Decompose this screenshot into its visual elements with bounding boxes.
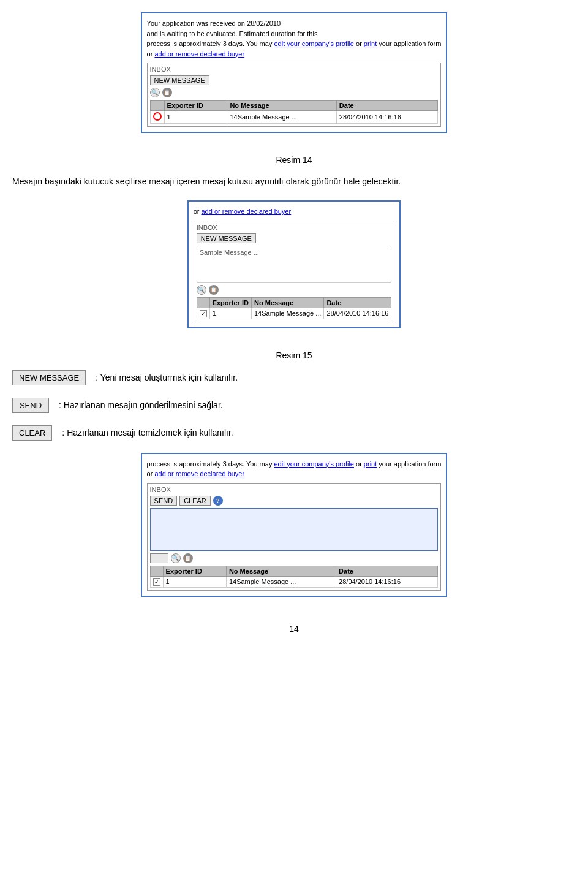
- clear-button[interactable]: CLEAR: [12, 425, 52, 441]
- add-remove-buyer-link-2[interactable]: add or remove declared buyer: [202, 208, 292, 215]
- col-no-message-3: No Message: [226, 566, 336, 576]
- row-checkbox-1[interactable]: [150, 111, 164, 124]
- caption-1: Resim 14: [12, 155, 576, 165]
- send-button[interactable]: SEND: [12, 398, 49, 413]
- page-number: 14: [12, 624, 576, 640]
- col-date-2: Date: [324, 297, 391, 308]
- tools-row-2: 🔍 📋: [197, 285, 392, 295]
- new-message-btn-2[interactable]: NEW MESSAGE: [197, 233, 256, 243]
- add-remove-buyer-link-3[interactable]: add or remove declared buyer: [154, 470, 244, 477]
- tools-row-1: 🔍 📋: [150, 88, 439, 97]
- row-message-2: 14Sample Message ...: [251, 308, 323, 319]
- message-preview-2: Sample Message ...: [197, 246, 392, 283]
- row-date-2: 28/04/2010 14:16:16: [324, 308, 391, 319]
- message-table-1: Exporter ID No Message Date 1 14Sample M…: [150, 100, 439, 124]
- search-icon-2[interactable]: 🔍: [197, 285, 206, 295]
- row-date-3: 28/04/2010 14:16:16: [336, 576, 438, 587]
- description-1: Mesajın başındaki kutucuk seçilirse mesa…: [12, 175, 576, 188]
- col-no-message-2: No Message: [251, 297, 323, 308]
- app-text-1: Your application was received on 28/02/2…: [147, 18, 442, 59]
- row-message-1: 14Sample Message ...: [227, 111, 336, 124]
- clear-row: CLEAR : Hazırlanan mesajı temizlemek içi…: [12, 425, 576, 441]
- col-date-3: Date: [336, 566, 438, 576]
- screenshot-panel-3: process is approximately 3 days. You may…: [141, 453, 448, 597]
- row-checkbox-2[interactable]: ✓: [197, 308, 209, 319]
- new-message-button[interactable]: NEW MESSAGE: [12, 370, 86, 385]
- row-date-1: 28/04/2010 14:16:16: [336, 111, 438, 124]
- message-table-2: Exporter ID No Message Date ✓ 1 14Sample…: [197, 297, 392, 319]
- row-exporter-id-1: 1: [164, 111, 227, 124]
- folder-icon-3[interactable]: 📋: [183, 553, 193, 563]
- send-btn-3[interactable]: SEND: [150, 496, 178, 506]
- inbox-label-2: INBOX: [197, 224, 392, 231]
- app-text-2: or add or remove declared buyer: [194, 207, 395, 217]
- row-message-3: 14Sample Message ...: [226, 576, 336, 587]
- screenshot-panel-1: Your application was received on 28/02/2…: [141, 12, 448, 133]
- col-exporter-id-1: Exporter ID: [164, 101, 227, 111]
- edit-profile-link-3[interactable]: edit your company's profile: [274, 460, 354, 468]
- message-compose-area-3[interactable]: [150, 508, 439, 551]
- col-checkbox-2: [197, 297, 209, 308]
- row-exporter-id-2: 1: [209, 308, 251, 319]
- col-exporter-id-2: Exporter ID: [209, 297, 251, 308]
- inbox-section-1: INBOX NEW MESSAGE 🔍 📋 Exporter ID No Mes…: [147, 63, 442, 127]
- checkbox-indicator-1: [153, 112, 162, 121]
- col-checkbox-1: [150, 101, 164, 111]
- search-icon-1[interactable]: 🔍: [150, 88, 160, 97]
- clear-description: : Hazırlanan mesajı temizlemek için kull…: [62, 428, 233, 438]
- row-checkbox-3[interactable]: ✓: [150, 576, 163, 587]
- col-exporter-id-3: Exporter ID: [163, 566, 226, 576]
- edit-profile-link[interactable]: edit your company's profile: [274, 40, 354, 47]
- table-row-1: 1 14Sample Message ... 28/04/2010 14:16:…: [150, 111, 438, 124]
- new-message-description: : Yeni mesaj oluşturmak için kullanılır.: [96, 373, 238, 382]
- send-clear-row-3: SEND CLEAR ?: [150, 496, 439, 506]
- print-link-3[interactable]: print: [364, 460, 377, 468]
- inbox-section-2: INBOX NEW MESSAGE Sample Message ... 🔍 📋…: [194, 221, 395, 322]
- col-checkbox-3: [150, 566, 163, 576]
- clear-btn-3[interactable]: CLEAR: [179, 496, 211, 506]
- send-description: : Hazırlanan mesajın gönderilmesini sağl…: [59, 400, 223, 410]
- table-row-3: ✓ 1 14Sample Message ... 28/04/2010 14:1…: [150, 576, 438, 587]
- new-message-row: NEW MESSAGE : Yeni mesaj oluşturmak için…: [12, 370, 576, 385]
- folder-icon-1[interactable]: 📋: [162, 88, 172, 97]
- inbox-section-3: INBOX SEND CLEAR ? 🔍 📋 Exporter ID No Me…: [147, 483, 442, 591]
- checkbox-checked-2: ✓: [200, 310, 207, 317]
- inbox-label-1: INBOX: [150, 66, 439, 73]
- col-no-message-1: No Message: [227, 101, 336, 111]
- table-row-2: ✓ 1 14Sample Message ... 28/04/2010 14:1…: [197, 308, 391, 319]
- new-message-btn-1[interactable]: NEW MESSAGE: [150, 75, 209, 85]
- print-link[interactable]: print: [364, 40, 377, 47]
- row-exporter-id-3: 1: [163, 576, 226, 587]
- folder-icon-2[interactable]: 📋: [209, 285, 219, 295]
- add-remove-buyer-link-1[interactable]: add or remove declared buyer: [154, 50, 244, 58]
- caption-2: Resim 15: [12, 351, 576, 360]
- send-row: SEND : Hazırlanan mesajın gönderilmesini…: [12, 398, 576, 413]
- checkbox-checked-3: ✓: [153, 578, 160, 586]
- tools-row-3: 🔍 📋: [150, 553, 439, 563]
- col-date-1: Date: [336, 101, 438, 111]
- screenshot-panel-2: or add or remove declared buyer INBOX NE…: [187, 200, 401, 328]
- message-table-3: Exporter ID No Message Date ✓ 1 14Sample…: [150, 566, 439, 588]
- search-icon-3[interactable]: 🔍: [171, 553, 181, 563]
- help-icon-3[interactable]: ?: [213, 496, 223, 506]
- app-text-3: process is approximately 3 days. You may…: [147, 459, 442, 479]
- inbox-label-3: INBOX: [150, 486, 439, 493]
